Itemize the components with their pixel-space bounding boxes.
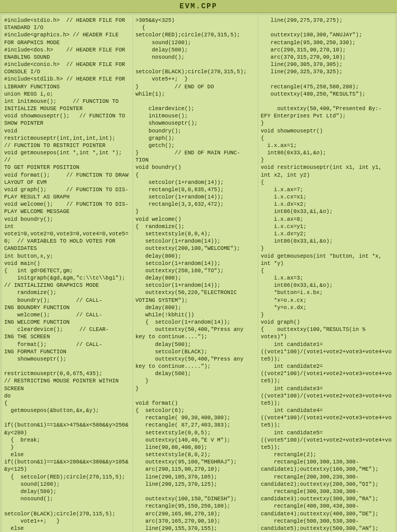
content-area: #include<stdio.h> // HEADER FILE FOR STA… bbox=[0, 13, 397, 532]
code-column-1: #include<stdio.h> // HEADER FILE FOR STA… bbox=[2, 15, 132, 532]
code-column-3: line(290,275,370,275); outtextxy(100,300… bbox=[258, 15, 395, 532]
page-title: EVM.CPP bbox=[180, 2, 217, 10]
code-column-2: >305&&y<325) { setcolor(RED);circle(270,… bbox=[133, 15, 257, 532]
title-bar: EVM.CPP bbox=[0, 0, 397, 13]
